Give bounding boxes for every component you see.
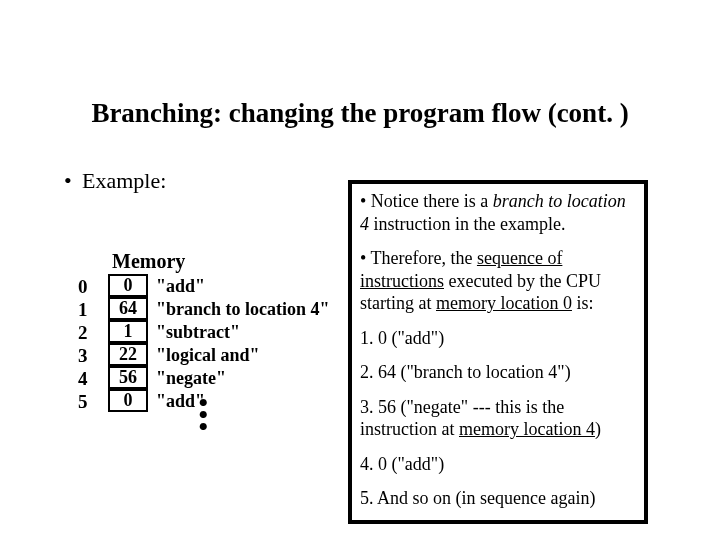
slide-title: Branching: changing the program flow (co…	[0, 98, 720, 129]
memory-addr: 0	[78, 276, 108, 298]
memory-instr: "logical and"	[156, 345, 260, 366]
memory-addr: 4	[78, 368, 108, 390]
memory-value: 1	[108, 320, 148, 343]
text: is:	[572, 293, 594, 313]
memory-addr: 2	[78, 322, 108, 344]
memory-row: 1 64 "branch to location 4"	[78, 298, 330, 321]
memory-row: 3 22 "logical and"	[78, 344, 330, 367]
memory-value: 64	[108, 297, 148, 320]
callout-step4: 4. 0 ("add")	[360, 453, 636, 476]
memory-addr: 3	[78, 345, 108, 367]
explanation-box: • Notice there is a branch to location 4…	[348, 180, 648, 524]
memory-header: Memory	[112, 250, 330, 273]
memory-instr: "subtract"	[156, 322, 240, 343]
callout-p1: • Notice there is a branch to location 4…	[360, 190, 636, 235]
memory-instr: "branch to location 4"	[156, 299, 330, 320]
callout-step2: 2. 64 ("branch to location 4")	[360, 361, 636, 384]
text: )	[595, 419, 601, 439]
memory-value: 0	[108, 389, 148, 412]
slide: Branching: changing the program flow (co…	[0, 0, 720, 540]
text: instruction in the example.	[369, 214, 565, 234]
callout-step5: 5. And so on (in sequence again)	[360, 487, 636, 510]
memory-value: 0	[108, 274, 148, 297]
memory-value: 56	[108, 366, 148, 389]
memory-addr: 1	[78, 299, 108, 321]
memory-instr: "add"	[156, 276, 205, 297]
text: • Therefore, the	[360, 248, 477, 268]
memory-row: 0 0 "add"	[78, 275, 330, 298]
example-label: Example:	[82, 168, 166, 194]
ellipsis-icon: •••	[198, 398, 209, 434]
text: memory location 0	[436, 293, 572, 313]
callout-p2: • Therefore, the sequence of instruction…	[360, 247, 636, 315]
memory-value: 22	[108, 343, 148, 366]
memory-table: Memory 0 0 "add" 1 64 "branch to locatio…	[78, 250, 330, 413]
callout-step3: 3. 56 ("negate" --- this is the instruct…	[360, 396, 636, 441]
text: memory location 4	[459, 419, 595, 439]
callout-step1: 1. 0 ("add")	[360, 327, 636, 350]
text: • Notice there is a	[360, 191, 493, 211]
memory-row: 2 1 "subtract"	[78, 321, 330, 344]
memory-instr: "negate"	[156, 368, 226, 389]
memory-addr: 5	[78, 391, 108, 413]
